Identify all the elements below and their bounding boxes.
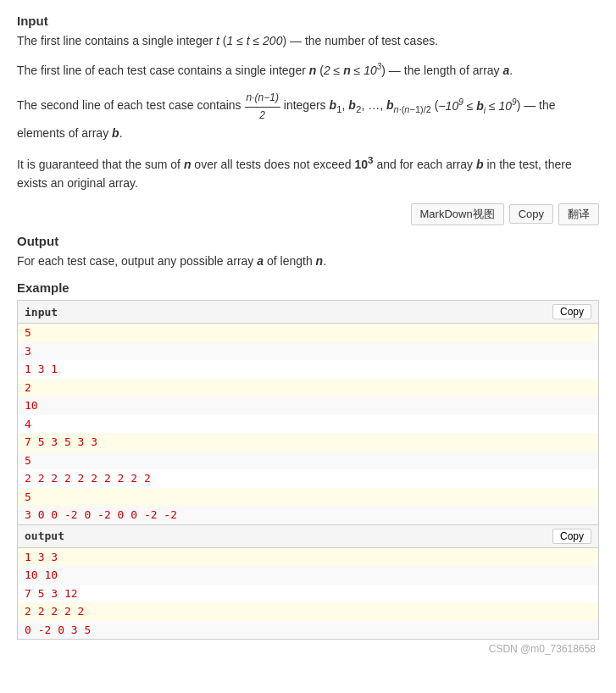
input-line-9: 2 2 2 2 2 2 2 2 2 2 — [18, 469, 598, 488]
output-desc: For each test case, output any possible … — [17, 252, 599, 270]
output-section: Output For each test case, output any po… — [17, 234, 599, 270]
input-code-content: 5 3 1 3 1 2 10 4 7 5 3 5 3 3 5 2 2 2 2 2… — [18, 324, 598, 524]
var-b: b — [112, 126, 119, 140]
input-line-8: 5 — [18, 452, 598, 470]
output-label: output — [25, 529, 64, 542]
input-para3: The second line of each test case contai… — [17, 90, 599, 142]
input-code-block: input Copy 5 3 1 3 1 2 10 4 7 5 3 5 3 3 … — [17, 300, 599, 525]
output-code-content: 1 3 3 10 10 7 5 3 12 2 2 2 2 2 0 -2 0 3 … — [18, 548, 598, 640]
output-line-5: 0 -2 0 3 5 — [18, 621, 598, 640]
toolbar: MarkDown视图 Copy 翻译 — [17, 203, 599, 225]
var-t: t — [216, 34, 219, 47]
output-copy-button[interactable]: Copy — [552, 529, 591, 544]
input-line-2: 3 — [18, 342, 598, 361]
input-code-header: input Copy — [18, 301, 598, 324]
output-title: Output — [17, 234, 599, 248]
input-line-11: 3 0 0 -2 0 -2 0 0 -2 -2 — [18, 506, 598, 524]
input-para4: It is guaranteed that the sum of n over … — [17, 152, 599, 192]
input-line-7: 7 5 3 5 3 3 — [18, 433, 598, 452]
watermark: CSDN @m0_73618658 — [17, 643, 599, 655]
input-line-5: 10 — [18, 396, 598, 415]
output-code-header: output Copy — [18, 525, 598, 548]
input-line-10: 5 — [18, 488, 598, 507]
input-section: Input The first line contains a single i… — [17, 14, 599, 225]
var-a: a — [502, 64, 509, 77]
output-code-block: output Copy 1 3 3 10 10 7 5 3 12 2 2 2 2… — [17, 525, 599, 640]
markdown-view-button[interactable]: MarkDown视图 — [411, 203, 504, 225]
input-label: input — [25, 306, 58, 319]
input-line-3: 1 3 1 — [18, 360, 598, 379]
input-para2: The first line of each test case contain… — [17, 60, 599, 80]
example-section: Example input Copy 5 3 1 3 1 2 10 4 7 5 … — [17, 280, 599, 655]
input-title: Input — [17, 14, 599, 28]
input-para1: The first line contains a single integer… — [17, 31, 599, 50]
input-line-6: 4 — [18, 415, 598, 434]
var-n: n — [309, 64, 317, 77]
translate-button[interactable]: 翻译 — [558, 203, 599, 225]
output-line-4: 2 2 2 2 2 — [18, 602, 598, 621]
copy-button[interactable]: Copy — [509, 204, 553, 224]
input-line-4: 2 — [18, 379, 598, 397]
input-copy-button[interactable]: Copy — [552, 304, 591, 319]
output-line-3: 7 5 3 12 — [18, 585, 598, 603]
output-line-1: 1 3 3 — [18, 548, 598, 567]
input-line-1: 5 — [18, 324, 598, 342]
example-title: Example — [17, 280, 599, 295]
output-line-2: 10 10 — [18, 566, 598, 585]
